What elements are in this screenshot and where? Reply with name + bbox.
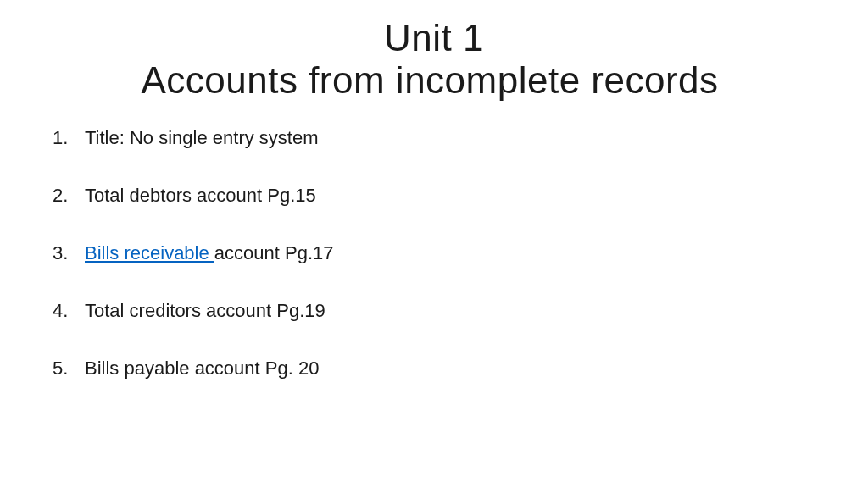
- title-line-1: Unit 1: [42, 17, 826, 59]
- list-text: Total debtors account Pg.15: [85, 185, 826, 207]
- list-item: 1. Title: No single entry system: [51, 127, 826, 149]
- list-item: 4. Total creditors account Pg.19: [51, 300, 826, 322]
- list-item: 3. Bills receivable account Pg.17: [51, 242, 826, 264]
- slide-title: Unit 1 Accounts from incomplete records: [42, 17, 826, 102]
- list-marker: 4.: [51, 300, 85, 322]
- list-text-rest: account Pg.17: [214, 242, 334, 263]
- list-item: 5. Bills payable account Pg. 20: [51, 358, 826, 380]
- list-text: Title: No single entry system: [85, 127, 826, 149]
- list-marker: 2.: [51, 185, 85, 207]
- list-marker: 5.: [51, 358, 85, 380]
- bills-receivable-link[interactable]: Bills receivable: [85, 242, 214, 263]
- list-marker: 1.: [51, 127, 85, 149]
- list-item: 2. Total debtors account Pg.15: [51, 185, 826, 207]
- title-line-2: Accounts from incomplete records: [34, 59, 826, 102]
- list-text: Total creditors account Pg.19: [85, 300, 826, 322]
- list-text: Bills receivable account Pg.17: [85, 242, 826, 264]
- list-marker: 3.: [51, 242, 85, 264]
- content-list: 1. Title: No single entry system 2. Tota…: [42, 127, 826, 380]
- list-text: Bills payable account Pg. 20: [85, 358, 826, 380]
